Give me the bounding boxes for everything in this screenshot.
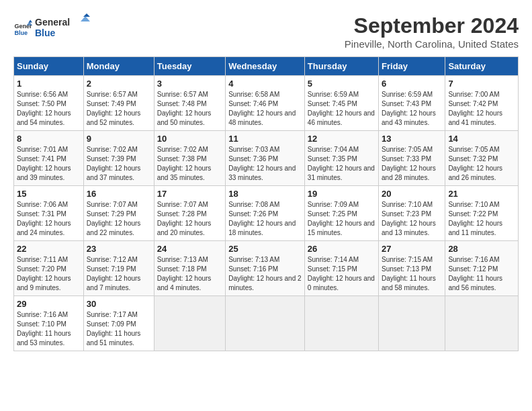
calendar-day-cell: 9 Sunrise: 7:02 AM Sunset: 7:39 PM Dayli… (83, 131, 154, 186)
calendar-day-cell (304, 296, 378, 351)
svg-marker-6 (83, 13, 90, 17)
calendar-week-row: 15 Sunrise: 7:06 AM Sunset: 7:31 PM Dayl… (14, 186, 519, 241)
day-number: 30 (87, 299, 151, 309)
day-number: 12 (308, 134, 375, 144)
day-number: 18 (228, 189, 302, 199)
calendar-day-cell: 4 Sunrise: 6:58 AM Sunset: 7:46 PM Dayli… (226, 76, 305, 131)
calendar-day-cell (226, 296, 305, 351)
svg-text:Blue: Blue (35, 28, 56, 38)
day-detail: Sunrise: 7:13 AM Sunset: 7:16 PM Dayligh… (228, 255, 302, 293)
page-subtitle: Pineville, North Carolina, United States (345, 38, 519, 50)
day-number: 25 (228, 244, 302, 254)
calendar-day-cell: 8 Sunrise: 7:01 AM Sunset: 7:41 PM Dayli… (14, 131, 84, 186)
day-detail: Sunrise: 7:14 AM Sunset: 7:15 PM Dayligh… (308, 255, 375, 293)
day-detail: Sunrise: 7:05 AM Sunset: 7:32 PM Dayligh… (448, 145, 515, 183)
calendar-day-cell: 19 Sunrise: 7:09 AM Sunset: 7:25 PM Dayl… (304, 186, 378, 241)
day-number: 23 (87, 244, 151, 254)
calendar-day-cell: 12 Sunrise: 7:04 AM Sunset: 7:35 PM Dayl… (304, 131, 378, 186)
calendar-day-cell: 15 Sunrise: 7:06 AM Sunset: 7:31 PM Dayl… (14, 186, 84, 241)
calendar-day-cell: 16 Sunrise: 7:07 AM Sunset: 7:29 PM Dayl… (83, 186, 154, 241)
calendar-day-cell: 26 Sunrise: 7:14 AM Sunset: 7:15 PM Dayl… (304, 241, 378, 296)
day-detail: Sunrise: 7:02 AM Sunset: 7:39 PM Dayligh… (87, 145, 151, 183)
weekday-header-cell: Tuesday (154, 57, 225, 76)
day-detail: Sunrise: 7:10 AM Sunset: 7:22 PM Dayligh… (448, 200, 515, 238)
calendar-week-row: 1 Sunrise: 6:56 AM Sunset: 7:50 PM Dayli… (14, 76, 519, 131)
weekday-header-cell: Saturday (445, 57, 519, 76)
day-number: 8 (17, 134, 81, 144)
calendar-day-cell (379, 296, 445, 351)
day-detail: Sunrise: 7:16 AM Sunset: 7:12 PM Dayligh… (448, 255, 515, 293)
calendar-day-cell: 7 Sunrise: 7:00 AM Sunset: 7:42 PM Dayli… (445, 76, 519, 131)
day-number: 10 (157, 134, 222, 144)
weekday-header-cell: Wednesday (226, 57, 305, 76)
calendar-day-cell: 29 Sunrise: 7:16 AM Sunset: 7:10 PM Dayl… (14, 296, 84, 351)
weekday-header-cell: Sunday (14, 57, 84, 76)
day-number: 3 (157, 79, 222, 89)
weekday-header-row: SundayMondayTuesdayWednesdayThursdayFrid… (14, 57, 519, 76)
day-number: 6 (382, 79, 442, 89)
day-detail: Sunrise: 7:04 AM Sunset: 7:35 PM Dayligh… (308, 145, 375, 183)
calendar-day-cell (154, 296, 225, 351)
day-detail: Sunrise: 7:11 AM Sunset: 7:20 PM Dayligh… (17, 255, 81, 293)
day-number: 22 (17, 244, 81, 254)
day-detail: Sunrise: 7:09 AM Sunset: 7:25 PM Dayligh… (308, 200, 375, 238)
page-title: September 2024 (345, 13, 519, 38)
day-detail: Sunrise: 7:10 AM Sunset: 7:23 PM Dayligh… (382, 200, 442, 238)
day-number: 24 (157, 244, 222, 254)
calendar-day-cell: 28 Sunrise: 7:16 AM Sunset: 7:12 PM Dayl… (445, 241, 519, 296)
calendar-day-cell: 18 Sunrise: 7:08 AM Sunset: 7:26 PM Dayl… (226, 186, 305, 241)
calendar-day-cell: 22 Sunrise: 7:11 AM Sunset: 7:20 PM Dayl… (14, 241, 84, 296)
calendar-table: SundayMondayTuesdayWednesdayThursdayFrid… (13, 56, 519, 351)
weekday-header-cell: Monday (83, 57, 154, 76)
calendar-day-cell: 2 Sunrise: 6:57 AM Sunset: 7:49 PM Dayli… (83, 76, 154, 131)
calendar-day-cell: 21 Sunrise: 7:10 AM Sunset: 7:22 PM Dayl… (445, 186, 519, 241)
calendar-day-cell: 3 Sunrise: 6:57 AM Sunset: 7:48 PM Dayli… (154, 76, 225, 131)
day-detail: Sunrise: 7:13 AM Sunset: 7:18 PM Dayligh… (157, 255, 222, 293)
day-detail: Sunrise: 7:12 AM Sunset: 7:19 PM Dayligh… (87, 255, 151, 293)
title-block: September 2024 Pineville, North Carolina… (345, 13, 519, 50)
day-detail: Sunrise: 7:08 AM Sunset: 7:26 PM Dayligh… (228, 200, 302, 238)
calendar-day-cell: 11 Sunrise: 7:03 AM Sunset: 7:36 PM Dayl… (226, 131, 305, 186)
day-number: 13 (382, 134, 442, 144)
day-detail: Sunrise: 7:16 AM Sunset: 7:10 PM Dayligh… (17, 310, 81, 348)
day-number: 9 (87, 134, 151, 144)
calendar-week-row: 8 Sunrise: 7:01 AM Sunset: 7:41 PM Dayli… (14, 131, 519, 186)
day-number: 15 (17, 189, 81, 199)
day-detail: Sunrise: 7:07 AM Sunset: 7:28 PM Dayligh… (157, 200, 222, 238)
day-number: 1 (17, 79, 81, 89)
day-detail: Sunrise: 7:06 AM Sunset: 7:31 PM Dayligh… (17, 200, 81, 238)
calendar-day-cell: 6 Sunrise: 6:59 AM Sunset: 7:43 PM Dayli… (379, 76, 445, 131)
svg-marker-7 (81, 16, 90, 21)
weekday-header-cell: Thursday (304, 57, 378, 76)
day-detail: Sunrise: 7:00 AM Sunset: 7:42 PM Dayligh… (448, 90, 515, 128)
day-number: 19 (308, 189, 375, 199)
calendar-body: 1 Sunrise: 6:56 AM Sunset: 7:50 PM Dayli… (14, 76, 519, 351)
day-detail: Sunrise: 7:15 AM Sunset: 7:13 PM Dayligh… (382, 255, 442, 293)
calendar-day-cell: 10 Sunrise: 7:02 AM Sunset: 7:38 PM Dayl… (154, 131, 225, 186)
day-detail: Sunrise: 6:59 AM Sunset: 7:43 PM Dayligh… (382, 90, 442, 128)
day-number: 11 (228, 134, 302, 144)
svg-text:General: General (35, 17, 70, 28)
day-number: 4 (228, 79, 302, 89)
day-detail: Sunrise: 6:57 AM Sunset: 7:48 PM Dayligh… (157, 90, 222, 128)
calendar-week-row: 29 Sunrise: 7:16 AM Sunset: 7:10 PM Dayl… (14, 296, 519, 351)
calendar-day-cell: 27 Sunrise: 7:15 AM Sunset: 7:13 PM Dayl… (379, 241, 445, 296)
calendar-day-cell: 17 Sunrise: 7:07 AM Sunset: 7:28 PM Dayl… (154, 186, 225, 241)
day-number: 29 (17, 299, 81, 309)
day-detail: Sunrise: 7:07 AM Sunset: 7:29 PM Dayligh… (87, 200, 151, 238)
calendar-week-row: 22 Sunrise: 7:11 AM Sunset: 7:20 PM Dayl… (14, 241, 519, 296)
calendar-day-cell: 14 Sunrise: 7:05 AM Sunset: 7:32 PM Dayl… (445, 131, 519, 186)
day-detail: Sunrise: 7:01 AM Sunset: 7:41 PM Dayligh… (17, 145, 81, 183)
day-number: 20 (382, 189, 442, 199)
day-number: 28 (448, 244, 515, 254)
svg-text:Blue: Blue (14, 30, 28, 36)
page-header: General Blue General Blue September 2024… (13, 13, 519, 50)
day-number: 2 (87, 79, 151, 89)
day-detail: Sunrise: 6:56 AM Sunset: 7:50 PM Dayligh… (17, 90, 81, 128)
weekday-header-cell: Friday (379, 57, 445, 76)
day-detail: Sunrise: 7:02 AM Sunset: 7:38 PM Dayligh… (157, 145, 222, 183)
day-detail: Sunrise: 6:59 AM Sunset: 7:45 PM Dayligh… (308, 90, 375, 128)
day-detail: Sunrise: 6:57 AM Sunset: 7:49 PM Dayligh… (87, 90, 151, 128)
calendar-day-cell: 30 Sunrise: 7:17 AM Sunset: 7:09 PM Dayl… (83, 296, 154, 351)
day-number: 21 (448, 189, 515, 199)
